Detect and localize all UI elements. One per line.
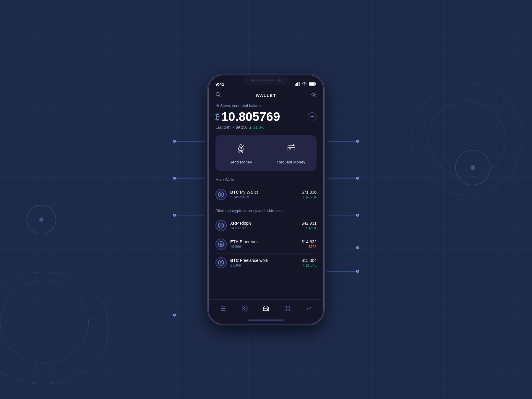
eth-value: $14 632 - $733 [301, 239, 317, 249]
request-icon [285, 142, 298, 157]
btc-freelance-name: BTC Freelance work [230, 258, 298, 263]
svg-rect-6 [316, 83, 317, 85]
xrp-icon [215, 220, 227, 231]
btc-wallet-item[interactable]: BTC My Wallet 5.34535678 $71 336 + $7 20… [215, 185, 317, 204]
svg-rect-1 [296, 83, 297, 86]
svg-point-10 [313, 94, 315, 95]
btc-freelance-icon [215, 257, 227, 268]
left-inner-dot [39, 218, 43, 222]
svg-line-9 [219, 95, 220, 97]
search-button[interactable] [215, 92, 221, 99]
btc-wallet-value: $71 336 + $7 204 [301, 190, 317, 199]
svg-rect-41 [285, 309, 287, 311]
annotation-right-balance [327, 140, 359, 143]
eth-change: - $733 [301, 245, 317, 249]
add-balance-button[interactable] [308, 112, 317, 121]
xrp-value: $42 931 + $501 [301, 221, 317, 230]
phone-screen: 9:41 [210, 76, 322, 323]
notch-camera [251, 79, 255, 82]
change-label: Last 24h: [215, 125, 231, 129]
nav-wallet[interactable] [260, 303, 272, 314]
left-circle-indicator [27, 205, 56, 234]
wallet-title: WALLET [256, 93, 276, 98]
btc-main-icon [215, 189, 227, 200]
btc-freelance-value: $15 304 + $1 545 [301, 258, 317, 267]
change-amount: + $9 250 [232, 125, 247, 129]
btc-wallet-amount: 5.34535678 [230, 195, 298, 199]
svg-rect-35 [221, 310, 226, 311]
svg-rect-3 [299, 82, 300, 86]
svg-rect-40 [288, 306, 290, 308]
svg-rect-0 [295, 84, 296, 86]
action-buttons-container: Send Money [215, 135, 317, 171]
right-circle-indicator [455, 150, 491, 185]
status-time: 9:41 [215, 82, 224, 87]
balance-amount-row: ₿ 10.805769 [215, 110, 317, 124]
xrp-change: + $501 [301, 226, 317, 230]
request-money-button[interactable]: Request Money [266, 135, 317, 171]
eth-wallet-item[interactable]: ETH Ethereum 15.566 $14 632 - $733 [215, 235, 317, 254]
status-icons [295, 82, 317, 86]
main-wallet-section: Main Wallet [215, 177, 317, 204]
alt-wallets-section: Alternate cryptocurrency and addresses [215, 208, 317, 272]
annotation-nav [173, 314, 205, 317]
btc-symbol: ₿ [215, 112, 220, 122]
main-wallet-title: Main Wallet [215, 177, 317, 182]
btc-freelance-amount: 1.1468 [230, 263, 298, 267]
svg-rect-33 [221, 306, 226, 307]
svg-rect-34 [221, 308, 226, 309]
btc-wallet-name: BTC My Wallet [230, 190, 298, 194]
eth-usd: $14 632 [301, 239, 317, 244]
send-money-button[interactable]: Send Money [215, 135, 266, 171]
nav-send[interactable] [239, 303, 251, 314]
phone-notch [244, 76, 288, 85]
annotation-right-eth [327, 246, 359, 249]
btc-freelance-change: + $1 545 [301, 263, 317, 267]
home-indicator [248, 319, 284, 321]
annotation-right-btc2 [327, 270, 359, 273]
btc-freelance-item[interactable]: BTC Freelance work 1.1468 $15 304 + $1 5… [215, 254, 317, 272]
xrp-usd: $42 931 [301, 221, 317, 226]
xrp-wallet-name: XRP Ripple [230, 221, 298, 226]
balance-number: 10.805769 [221, 110, 280, 124]
app-header: WALLET [215, 89, 317, 103]
nav-grid[interactable] [281, 303, 293, 314]
svg-rect-38 [267, 309, 268, 310]
balance-greeting: Hi Steve, your total balance [215, 103, 317, 108]
svg-point-13 [240, 147, 242, 149]
search-icon [215, 92, 221, 97]
svg-rect-37 [263, 307, 269, 311]
signal-icon [295, 82, 300, 86]
btc-freelance-info: BTC Freelance work 1.1468 [230, 258, 298, 267]
svg-marker-27 [220, 244, 222, 246]
xrp-wallet-item[interactable]: XRP Ripple 24 532.32 $42 931 + $501 [215, 216, 317, 235]
battery-icon [309, 82, 317, 86]
settings-button[interactable] [311, 92, 317, 99]
eth-wallet-name: ETH Ethereum [230, 239, 298, 244]
alt-wallets-title: Alternate cryptocurrency and addresses [215, 208, 317, 213]
send-icon [241, 305, 248, 312]
svg-rect-2 [297, 82, 298, 86]
screen-content: WALLET Hi Steve, your total balance ₿ [210, 89, 322, 299]
nav-chart[interactable] [303, 303, 315, 314]
plus-icon [310, 115, 314, 119]
svg-rect-7 [309, 83, 315, 85]
annotation-right-actions [327, 177, 359, 180]
svg-rect-42 [288, 309, 290, 311]
xrp-amount: 24 532.32 [230, 226, 298, 230]
balance-change: Last 24h: + $9 250 ▲ 21.3% [215, 125, 317, 129]
settings-icon [311, 92, 317, 97]
annotation-actions [173, 177, 205, 180]
svg-point-4 [304, 85, 305, 85]
nav-list[interactable] [217, 303, 229, 314]
change-percent: ▲ 21.3% [249, 125, 264, 129]
send-money-label: Send Money [230, 160, 252, 164]
notch-speaker [257, 80, 275, 81]
rocket-icon [234, 142, 247, 157]
eth-wallet-info: ETH Ethereum 15.566 [230, 239, 298, 249]
btc-wallet-info: BTC My Wallet 5.34535678 [230, 190, 298, 199]
balance-value: ₿ 10.805769 [215, 110, 280, 124]
wifi-icon [302, 82, 307, 86]
svg-rect-39 [285, 306, 287, 308]
annotation-balance [173, 140, 205, 143]
